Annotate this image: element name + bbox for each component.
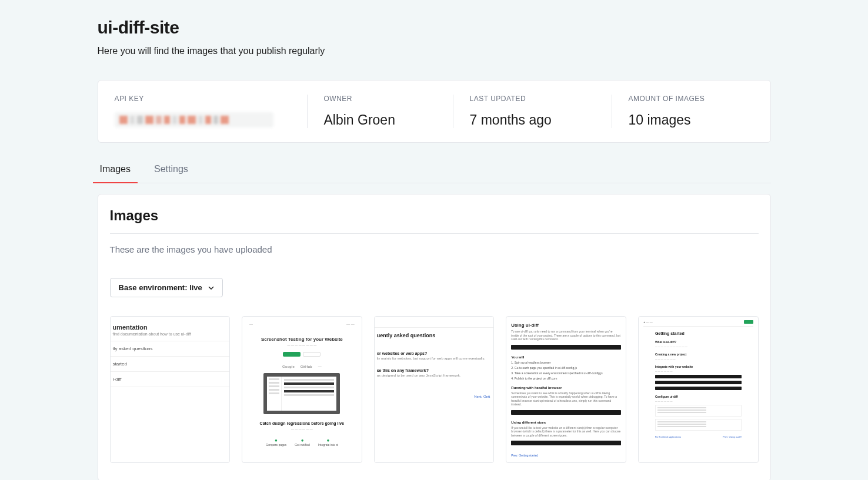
environment-dropdown[interactable]: Base environment: live	[110, 278, 223, 297]
thumb-text: Next: Gett	[375, 377, 494, 398]
thumb-text: You will	[511, 355, 621, 359]
thumb-text: If you would like to test your website o…	[511, 426, 621, 438]
thumb-text: Google	[282, 365, 295, 368]
image-thumbnail[interactable]: umentation find documentation about how …	[110, 316, 231, 463]
chevron-down-icon	[208, 286, 214, 290]
thumb-text: Getting started	[655, 331, 742, 335]
thumb-text: tly asked questions	[111, 341, 230, 357]
image-grid: umentation find documentation about how …	[110, 316, 759, 463]
thumb-text: Compare pages	[266, 438, 287, 447]
thumb-text: For frontend applications	[655, 435, 681, 438]
tab-settings[interactable]: Settings	[152, 157, 191, 183]
image-thumbnail[interactable]: ● — — Getting started What is ui-diff? —…	[638, 316, 759, 463]
image-thumbnail[interactable]: uently asked questions or websites or we…	[374, 316, 495, 463]
thumb-text: 2. Go to each page you specified in ui-d…	[511, 366, 621, 370]
thumb-text: Prev: Getting started	[511, 454, 621, 457]
thumb-text: To use ui-diff you only need to run a co…	[511, 330, 621, 341]
environment-dropdown-label: Base environment: live	[119, 283, 202, 292]
thumb-text: i-diff	[111, 372, 230, 387]
thumb-text: Sometimes you want to see what is actual…	[511, 391, 621, 407]
thumb-text: Using different sizes	[511, 421, 621, 424]
tabs: Images Settings	[98, 157, 771, 183]
thumb-text: Creating a new project	[655, 353, 742, 356]
thumb-text: 3. Take a screenshot on every environmen…	[511, 371, 621, 375]
page-subtitle: Here you will find the images that you p…	[98, 46, 771, 56]
thumb-text: Catch design regressions before going li…	[260, 421, 345, 425]
thumb-text: Using ui-diff	[511, 323, 621, 328]
thumb-text: Prev: Using ui-diff	[723, 435, 742, 438]
thumb-text: uently asked questions	[375, 328, 494, 343]
images-section: Images These are the images you have upl…	[98, 194, 771, 480]
api-key-value-blurred	[115, 112, 273, 127]
last-updated-label: LAST UPDATED	[470, 95, 595, 103]
image-thumbnail[interactable]: —— — Screenshot Testing for your Website…	[242, 316, 362, 463]
owner-value: Albin Groen	[324, 112, 436, 128]
thumb-text: Get notified	[295, 438, 310, 447]
thumb-text: Integrate into ci	[318, 438, 338, 447]
thumb-text: or websites or web apps?	[375, 343, 494, 357]
page-title: ui-diff-site	[98, 18, 771, 38]
thumb-text: GitHub	[301, 365, 312, 368]
tab-images[interactable]: Images	[98, 157, 133, 183]
info-card: API KEY OWNER Albin Groen LAST UPDATED 7…	[98, 80, 771, 143]
section-description: These are the images you have uploaded	[110, 244, 759, 254]
info-cell-last-updated: LAST UPDATED 7 months ago	[453, 95, 612, 128]
section-title: Images	[110, 207, 759, 234]
info-cell-image-count: AMOUNT OF IMAGES 10 images	[612, 95, 770, 128]
image-thumbnail[interactable]: Using ui-diff To use ui-diff you only ne…	[506, 316, 626, 463]
thumb-text: Running with headful browser	[511, 386, 621, 390]
thumb-text: 4. Publish to the project on diff.com	[511, 377, 621, 380]
owner-label: OWNER	[324, 95, 436, 103]
thumb-text: 1. Spin up a headless browser	[511, 361, 621, 364]
info-cell-apikey: API KEY	[98, 95, 308, 128]
info-cell-owner: OWNER Albin Groen	[308, 95, 453, 128]
image-count-label: AMOUNT OF IMAGES	[629, 95, 754, 103]
thumb-text: se this on any framework?	[375, 360, 494, 374]
thumb-text: find documentation about how to use ui-d…	[113, 332, 228, 336]
thumb-text: Screenshot Testing for your Website	[261, 337, 343, 342]
thumb-text: umentation	[113, 324, 228, 331]
thumb-text: started	[111, 357, 230, 372]
thumb-text: What is ui-diff?	[655, 340, 742, 344]
api-key-label: API KEY	[115, 95, 291, 103]
thumb-text: Integrate with your website	[655, 365, 742, 368]
image-count-value: 10 images	[629, 112, 754, 128]
thumb-text: ily mainly for websites, but support for…	[375, 357, 494, 360]
thumb-text: Configure ui-diff	[655, 395, 742, 398]
last-updated-value: 7 months ago	[470, 112, 595, 128]
